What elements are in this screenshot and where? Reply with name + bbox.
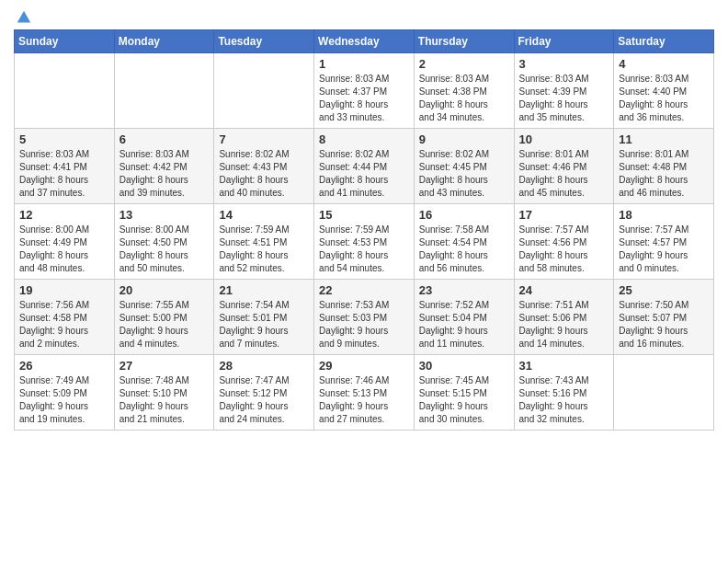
weekday-header-tuesday: Tuesday <box>214 30 314 53</box>
week-row-5: 26Sunrise: 7:49 AM Sunset: 5:09 PM Dayli… <box>15 355 714 431</box>
day-info: Sunrise: 7:48 AM Sunset: 5:10 PM Dayligh… <box>119 374 210 426</box>
day-info: Sunrise: 7:57 AM Sunset: 4:57 PM Dayligh… <box>619 224 709 275</box>
calendar-cell: 19Sunrise: 7:56 AM Sunset: 4:58 PM Dayli… <box>15 280 115 355</box>
weekday-row: SundayMondayTuesdayWednesdayThursdayFrid… <box>15 30 714 53</box>
day-number: 22 <box>319 283 409 297</box>
weekday-header-thursday: Thursday <box>414 30 514 53</box>
calendar-cell: 9Sunrise: 8:02 AM Sunset: 4:45 PM Daylig… <box>414 129 514 204</box>
calendar-cell: 11Sunrise: 8:01 AM Sunset: 4:48 PM Dayli… <box>614 129 714 204</box>
day-number: 8 <box>319 132 409 146</box>
logo <box>14 9 32 22</box>
day-info: Sunrise: 7:43 AM Sunset: 5:16 PM Dayligh… <box>519 374 609 426</box>
day-info: Sunrise: 7:59 AM Sunset: 4:51 PM Dayligh… <box>219 224 309 275</box>
day-info: Sunrise: 7:50 AM Sunset: 5:07 PM Dayligh… <box>619 299 709 350</box>
calendar-cell: 6Sunrise: 8:03 AM Sunset: 4:42 PM Daylig… <box>114 129 214 204</box>
weekday-header-monday: Monday <box>114 30 214 53</box>
calendar: SundayMondayTuesdayWednesdayThursdayFrid… <box>14 29 714 431</box>
day-number: 1 <box>319 57 409 71</box>
day-info: Sunrise: 7:56 AM Sunset: 4:58 PM Dayligh… <box>19 299 109 350</box>
day-info: Sunrise: 7:54 AM Sunset: 5:01 PM Dayligh… <box>219 299 309 350</box>
day-number: 21 <box>219 283 309 297</box>
calendar-header: SundayMondayTuesdayWednesdayThursdayFrid… <box>15 30 714 53</box>
day-number: 27 <box>119 359 210 373</box>
svg-marker-0 <box>17 11 30 23</box>
day-number: 3 <box>519 57 609 71</box>
calendar-cell <box>614 355 714 431</box>
day-number: 5 <box>19 132 109 146</box>
calendar-cell: 1Sunrise: 8:03 AM Sunset: 4:37 PM Daylig… <box>314 53 415 129</box>
calendar-body: 1Sunrise: 8:03 AM Sunset: 4:37 PM Daylig… <box>15 53 714 431</box>
calendar-cell: 22Sunrise: 7:53 AM Sunset: 5:03 PM Dayli… <box>314 280 415 355</box>
day-info: Sunrise: 8:02 AM Sunset: 4:45 PM Dayligh… <box>419 148 509 200</box>
day-number: 11 <box>619 132 709 146</box>
day-number: 2 <box>419 57 509 71</box>
day-info: Sunrise: 8:03 AM Sunset: 4:42 PM Dayligh… <box>119 148 210 200</box>
day-number: 13 <box>119 208 210 222</box>
calendar-cell: 17Sunrise: 7:57 AM Sunset: 4:56 PM Dayli… <box>514 204 614 280</box>
day-info: Sunrise: 7:46 AM Sunset: 5:13 PM Dayligh… <box>319 374 409 426</box>
weekday-header-friday: Friday <box>514 30 614 53</box>
calendar-cell: 28Sunrise: 7:47 AM Sunset: 5:12 PM Dayli… <box>214 355 314 431</box>
calendar-cell: 16Sunrise: 7:58 AM Sunset: 4:54 PM Dayli… <box>414 204 514 280</box>
day-info: Sunrise: 7:59 AM Sunset: 4:53 PM Dayligh… <box>319 224 409 275</box>
day-number: 15 <box>319 208 409 222</box>
day-number: 19 <box>19 283 109 297</box>
calendar-cell: 12Sunrise: 8:00 AM Sunset: 4:49 PM Dayli… <box>15 204 115 280</box>
calendar-cell: 14Sunrise: 7:59 AM Sunset: 4:51 PM Dayli… <box>214 204 314 280</box>
day-number: 7 <box>219 132 309 146</box>
day-number: 30 <box>419 359 509 373</box>
week-row-1: 1Sunrise: 8:03 AM Sunset: 4:37 PM Daylig… <box>15 53 714 129</box>
day-info: Sunrise: 8:02 AM Sunset: 4:44 PM Dayligh… <box>319 148 409 200</box>
calendar-cell: 26Sunrise: 7:49 AM Sunset: 5:09 PM Dayli… <box>15 355 115 431</box>
day-info: Sunrise: 7:45 AM Sunset: 5:15 PM Dayligh… <box>419 374 509 426</box>
day-info: Sunrise: 7:58 AM Sunset: 4:54 PM Dayligh… <box>419 224 509 275</box>
calendar-cell: 7Sunrise: 8:02 AM Sunset: 4:43 PM Daylig… <box>214 129 314 204</box>
week-row-3: 12Sunrise: 8:00 AM Sunset: 4:49 PM Dayli… <box>15 204 714 280</box>
calendar-cell <box>114 53 214 129</box>
day-number: 24 <box>519 283 609 297</box>
calendar-cell: 29Sunrise: 7:46 AM Sunset: 5:13 PM Dayli… <box>314 355 415 431</box>
day-number: 16 <box>419 208 509 222</box>
day-info: Sunrise: 7:47 AM Sunset: 5:12 PM Dayligh… <box>219 374 309 426</box>
day-info: Sunrise: 7:57 AM Sunset: 4:56 PM Dayligh… <box>519 224 609 275</box>
calendar-cell: 21Sunrise: 7:54 AM Sunset: 5:01 PM Dayli… <box>214 280 314 355</box>
calendar-cell: 27Sunrise: 7:48 AM Sunset: 5:10 PM Dayli… <box>114 355 214 431</box>
day-number: 23 <box>419 283 509 297</box>
day-number: 12 <box>19 208 109 222</box>
week-row-2: 5Sunrise: 8:03 AM Sunset: 4:41 PM Daylig… <box>15 129 714 204</box>
weekday-header-wednesday: Wednesday <box>314 30 415 53</box>
day-info: Sunrise: 7:55 AM Sunset: 5:00 PM Dayligh… <box>119 299 210 350</box>
day-number: 28 <box>219 359 309 373</box>
day-info: Sunrise: 8:03 AM Sunset: 4:38 PM Dayligh… <box>419 73 509 124</box>
calendar-cell: 15Sunrise: 7:59 AM Sunset: 4:53 PM Dayli… <box>314 204 415 280</box>
day-info: Sunrise: 7:52 AM Sunset: 5:04 PM Dayligh… <box>419 299 509 350</box>
logo-icon <box>16 9 32 26</box>
day-info: Sunrise: 7:49 AM Sunset: 5:09 PM Dayligh… <box>19 374 109 426</box>
calendar-cell: 23Sunrise: 7:52 AM Sunset: 5:04 PM Dayli… <box>414 280 514 355</box>
calendar-cell: 10Sunrise: 8:01 AM Sunset: 4:46 PM Dayli… <box>514 129 614 204</box>
calendar-cell: 30Sunrise: 7:45 AM Sunset: 5:15 PM Dayli… <box>414 355 514 431</box>
day-number: 17 <box>519 208 609 222</box>
day-number: 29 <box>319 359 409 373</box>
day-info: Sunrise: 7:53 AM Sunset: 5:03 PM Dayligh… <box>319 299 409 350</box>
day-info: Sunrise: 8:03 AM Sunset: 4:39 PM Dayligh… <box>519 73 609 124</box>
calendar-cell: 8Sunrise: 8:02 AM Sunset: 4:44 PM Daylig… <box>314 129 415 204</box>
day-number: 4 <box>619 57 709 71</box>
calendar-cell: 31Sunrise: 7:43 AM Sunset: 5:16 PM Dayli… <box>514 355 614 431</box>
day-number: 20 <box>119 283 210 297</box>
day-number: 6 <box>119 132 210 146</box>
calendar-cell <box>214 53 314 129</box>
weekday-header-sunday: Sunday <box>15 30 115 53</box>
day-number: 9 <box>419 132 509 146</box>
day-info: Sunrise: 8:00 AM Sunset: 4:50 PM Dayligh… <box>119 224 210 275</box>
page: SundayMondayTuesdayWednesdayThursdayFrid… <box>0 0 728 563</box>
day-info: Sunrise: 8:00 AM Sunset: 4:49 PM Dayligh… <box>19 224 109 275</box>
day-info: Sunrise: 8:03 AM Sunset: 4:40 PM Dayligh… <box>619 73 709 124</box>
calendar-cell: 5Sunrise: 8:03 AM Sunset: 4:41 PM Daylig… <box>15 129 115 204</box>
day-number: 26 <box>19 359 109 373</box>
day-info: Sunrise: 8:01 AM Sunset: 4:48 PM Dayligh… <box>619 148 709 200</box>
calendar-cell: 2Sunrise: 8:03 AM Sunset: 4:38 PM Daylig… <box>414 53 514 129</box>
day-number: 10 <box>519 132 609 146</box>
day-info: Sunrise: 8:03 AM Sunset: 4:37 PM Dayligh… <box>319 73 409 124</box>
calendar-cell: 24Sunrise: 7:51 AM Sunset: 5:06 PM Dayli… <box>514 280 614 355</box>
